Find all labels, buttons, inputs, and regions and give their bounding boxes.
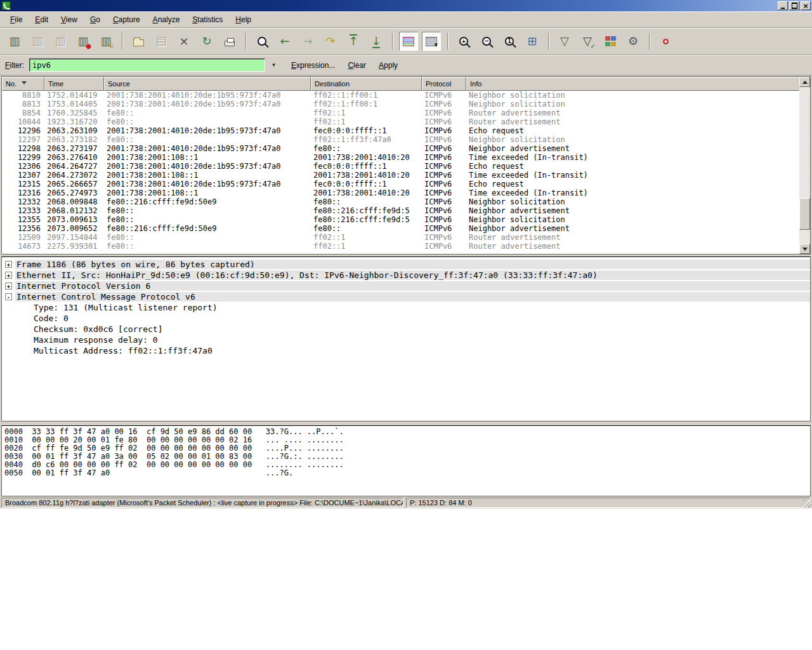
column-header-source[interactable]: Source: [104, 77, 311, 91]
go-forward-button[interactable]: →: [298, 32, 317, 51]
packet-row[interactable]: 88131753.0144052001:738:2001:4010:20de:1…: [2, 100, 799, 109]
packet-row[interactable]: 88101752.0144192001:738:2001:4010:20de:1…: [2, 91, 799, 100]
packet-row[interactable]: 123322068.009848fe80::216:cfff:fe9d:50e9…: [2, 197, 799, 206]
column-header-time[interactable]: Time: [44, 77, 104, 91]
autoscroll-toggle-button[interactable]: [422, 32, 441, 51]
zoom-in-button[interactable]: +: [454, 32, 473, 51]
expression-button[interactable]: Expression...: [291, 61, 335, 70]
go-to-packet-button[interactable]: ↷: [321, 32, 340, 51]
collapse-icon[interactable]: -: [5, 293, 12, 300]
packet-row[interactable]: 122972063.273182fe80::ff02::1:ff3f:47a0I…: [2, 135, 799, 144]
zoom-100-button[interactable]: 1: [500, 32, 519, 51]
resize-grip-icon[interactable]: [803, 500, 811, 508]
find-packet-button[interactable]: [252, 32, 272, 51]
detail-row[interactable]: Code: 0: [2, 313, 810, 324]
file-open-button[interactable]: [129, 32, 148, 51]
detail-row[interactable]: Multicast Address: ff02::1:ff3f:47a0: [2, 345, 810, 356]
expand-icon[interactable]: +: [5, 261, 12, 268]
help-button[interactable]: [656, 32, 675, 51]
packet-row[interactable]: 88541760.325845fe80::ff02::1ICMPv6Router…: [2, 109, 799, 117]
menu-item-capture[interactable]: Capture: [107, 12, 147, 27]
scroll-up-button[interactable]: [799, 77, 810, 87]
packet-row[interactable]: 123332068.012132fe80::fe80::216:cfff:fe9…: [2, 206, 799, 215]
go-top-button[interactable]: ↑: [344, 32, 363, 51]
packet-row[interactable]: 108441923.316720fe80::ff02::1ICMPv6Route…: [2, 117, 799, 126]
apply-button[interactable]: Apply: [379, 61, 398, 70]
detail-row[interactable]: Type: 131 (Multicast listener report): [2, 302, 810, 313]
packet-row[interactable]: 123072064.2730722001:738:2001:108::12001…: [2, 171, 799, 180]
vertical-scrollbar[interactable]: [799, 77, 810, 254]
packet-row[interactable]: 123152065.2666572001:738:2001:4010:20de:…: [2, 180, 799, 189]
go-bottom-button[interactable]: ↓: [367, 32, 386, 51]
menu-item-edit[interactable]: Edit: [29, 12, 55, 27]
hex-row[interactable]: 0050 00 01 ff 3f 47 a0 ...?G.: [4, 469, 810, 477]
detail-row[interactable]: -Internet Control Message Protocol v6: [2, 291, 810, 302]
file-save-as-button[interactable]: ▤: [152, 32, 171, 51]
column-header-protocol[interactable]: Protocol: [422, 77, 466, 91]
menu-item-view[interactable]: View: [55, 12, 84, 27]
reload-button[interactable]: ↻: [197, 32, 216, 51]
scroll-down-button[interactable]: [799, 244, 810, 254]
go-back-button[interactable]: ←: [275, 32, 294, 51]
packet-cell: fe80::216:cfff:fe9d:50e9: [104, 224, 311, 233]
display-filter-button[interactable]: ▽✓: [578, 32, 597, 51]
minimize-icon: [781, 8, 785, 9]
capture-interfaces-button[interactable]: ▥: [5, 32, 24, 51]
filter-dropdown-button[interactable]: ▼: [269, 58, 278, 72]
capture-start-button[interactable]: ▥: [51, 32, 70, 51]
detail-row[interactable]: +Ethernet II, Src: HonHaiPr_9d:50:e9 (00…: [2, 270, 810, 281]
menu-item-analyze[interactable]: Analyze: [147, 12, 187, 27]
toolbar-separator: [122, 33, 123, 50]
filter-input[interactable]: ipv6: [29, 58, 265, 72]
column-header-info[interactable]: Info: [466, 77, 810, 91]
packet-row[interactable]: 122982063.2731972001:738:2001:4010:20de:…: [2, 144, 799, 153]
colorize-toggle-button[interactable]: [399, 32, 418, 51]
menu-item-file[interactable]: File: [4, 12, 29, 27]
file-close-button[interactable]: ×: [174, 32, 193, 51]
expand-icon[interactable]: +: [5, 282, 12, 289]
packet-row[interactable]: 122992063.2764102001:738:2001:108::12001…: [2, 153, 799, 162]
scroll-track[interactable]: [799, 87, 810, 244]
packet-row[interactable]: 146732275.939301fe80::ff02::1ICMPv6Route…: [2, 242, 799, 251]
coloring-rules-button[interactable]: [601, 32, 620, 51]
column-header-no[interactable]: No.: [2, 77, 44, 91]
menu-item-go[interactable]: Go: [84, 12, 107, 27]
capture-restart-button[interactable]: ▥↻: [96, 32, 115, 51]
go-back-icon: ←: [280, 36, 289, 47]
packet-row[interactable]: 123552073.009613fe80::fe80::216:cfff:fe9…: [2, 215, 799, 224]
capture-options-button[interactable]: ▥: [28, 32, 47, 51]
capture-filter-button[interactable]: ▽: [555, 32, 574, 51]
packet-row[interactable]: 125092097.154844fe80::ff02::1ICMPv6Route…: [2, 233, 799, 242]
packet-row[interactable]: 123062064.2647272001:738:2001:4010:20de:…: [2, 162, 799, 171]
packet-cell: ICMPv6: [422, 144, 466, 153]
packet-cell: 2001:738:2001:4010:20: [311, 189, 422, 197]
packet-cell: 12315: [2, 180, 44, 189]
print-button[interactable]: [220, 32, 239, 51]
clear-button[interactable]: Clear: [348, 61, 366, 70]
packet-cell: 2073.009613: [44, 215, 104, 224]
find-packet-icon: [258, 37, 266, 46]
filter-bar: Filter: ipv6 ▼ Expression...ClearApply: [0, 55, 812, 76]
preferences-button[interactable]: ⚙: [624, 32, 643, 51]
packet-row[interactable]: 122962063.2631092001:738:2001:4010:20de:…: [2, 126, 799, 135]
filter-buttons: Expression...ClearApply: [278, 61, 398, 70]
detail-row[interactable]: +Frame 1186 (86 bytes on wire, 86 bytes …: [2, 259, 810, 270]
detail-row[interactable]: Maximum response delay: 0: [2, 335, 810, 345]
scroll-thumb[interactable]: [799, 198, 810, 229]
packet-cell: 2063.273182: [44, 135, 104, 144]
close-button[interactable]: ×: [801, 1, 811, 10]
restore-button[interactable]: [789, 1, 799, 10]
resize-columns-button[interactable]: ⊞: [523, 32, 542, 51]
packet-row[interactable]: 123162065.2749732001:738:2001:108::12001…: [2, 189, 799, 197]
detail-row[interactable]: +Internet Protocol Version 6: [2, 281, 810, 291]
minimize-button[interactable]: [778, 1, 788, 10]
packet-cell: fe80::: [104, 109, 311, 117]
zoom-out-button[interactable]: −: [477, 32, 496, 51]
menu-item-help[interactable]: Help: [229, 12, 258, 27]
column-header-destination[interactable]: Destination: [311, 77, 422, 91]
menu-item-statistics[interactable]: Statistics: [186, 12, 229, 27]
expand-icon[interactable]: +: [5, 272, 12, 279]
capture-stop-button[interactable]: ▥●: [74, 32, 93, 51]
detail-row[interactable]: Checksum: 0xd0c6 [correct]: [2, 324, 810, 335]
packet-row[interactable]: 123562073.009652fe80::216:cfff:fe9d:50e9…: [2, 224, 799, 233]
